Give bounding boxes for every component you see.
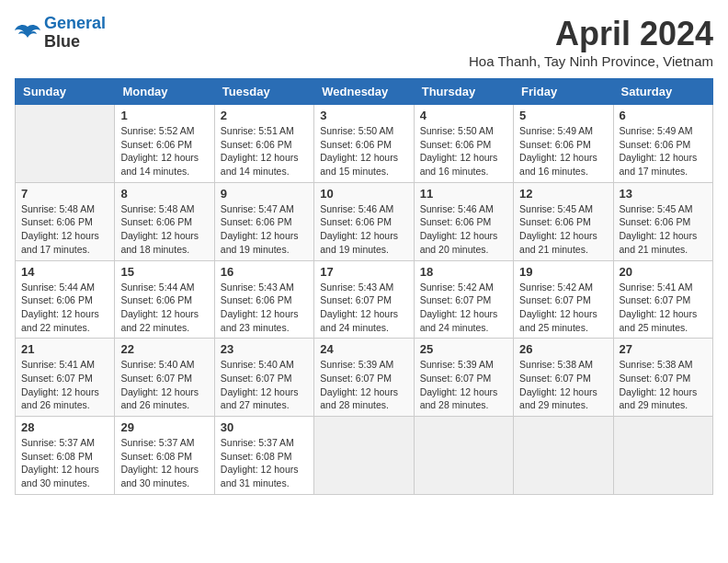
- header-cell-saturday: Saturday: [613, 79, 712, 105]
- day-number: 19: [519, 265, 607, 279]
- day-cell: 12Sunrise: 5:45 AM Sunset: 6:06 PM Dayli…: [514, 182, 613, 260]
- logo: General Blue: [15, 15, 106, 52]
- day-number: 14: [21, 265, 108, 279]
- day-info: Sunrise: 5:41 AM Sunset: 6:07 PM Dayligh…: [620, 281, 707, 335]
- day-number: 23: [221, 342, 308, 356]
- day-info: Sunrise: 5:42 AM Sunset: 6:07 PM Dayligh…: [420, 281, 507, 335]
- day-number: 3: [320, 109, 407, 122]
- day-cell: 29Sunrise: 5:37 AM Sunset: 6:08 PM Dayli…: [115, 417, 214, 495]
- day-number: 29: [120, 420, 208, 434]
- day-number: 9: [221, 187, 308, 201]
- day-info: Sunrise: 5:37 AM Sunset: 6:08 PM Dayligh…: [21, 436, 108, 490]
- header-cell-monday: Monday: [115, 79, 214, 105]
- day-cell: 3Sunrise: 5:50 AM Sunset: 6:06 PM Daylig…: [314, 105, 414, 183]
- day-number: 28: [21, 420, 108, 434]
- day-info: Sunrise: 5:48 AM Sunset: 6:06 PM Dayligh…: [120, 202, 208, 257]
- day-info: Sunrise: 5:51 AM Sunset: 6:06 PM Dayligh…: [221, 124, 308, 178]
- header-cell-sunday: Sunday: [16, 79, 115, 105]
- day-number: 11: [420, 187, 507, 201]
- month-title: April 2024: [469, 15, 713, 53]
- day-info: Sunrise: 5:43 AM Sunset: 6:06 PM Dayligh…: [221, 281, 308, 335]
- day-info: Sunrise: 5:47 AM Sunset: 6:06 PM Dayligh…: [221, 202, 308, 257]
- day-cell: 10Sunrise: 5:46 AM Sunset: 6:06 PM Dayli…: [314, 182, 414, 260]
- day-cell: 23Sunrise: 5:40 AM Sunset: 6:07 PM Dayli…: [214, 339, 313, 417]
- day-info: Sunrise: 5:50 AM Sunset: 6:06 PM Dayligh…: [420, 124, 507, 178]
- day-info: Sunrise: 5:38 AM Sunset: 6:07 PM Dayligh…: [620, 358, 707, 412]
- title-block: April 2024 Hoa Thanh, Tay Ninh Province,…: [469, 15, 713, 69]
- day-number: 10: [320, 187, 407, 201]
- day-number: 20: [620, 265, 707, 279]
- day-cell: 13Sunrise: 5:45 AM Sunset: 6:06 PM Dayli…: [613, 182, 712, 260]
- day-cell: 20Sunrise: 5:41 AM Sunset: 6:07 PM Dayli…: [613, 260, 712, 339]
- day-info: Sunrise: 5:38 AM Sunset: 6:07 PM Dayligh…: [519, 358, 607, 412]
- day-cell: 30Sunrise: 5:37 AM Sunset: 6:08 PM Dayli…: [214, 417, 313, 495]
- day-cell: 21Sunrise: 5:41 AM Sunset: 6:07 PM Dayli…: [16, 339, 115, 417]
- day-info: Sunrise: 5:42 AM Sunset: 6:07 PM Dayligh…: [519, 281, 607, 335]
- week-row-3: 21Sunrise: 5:41 AM Sunset: 6:07 PM Dayli…: [16, 339, 713, 417]
- day-info: Sunrise: 5:46 AM Sunset: 6:06 PM Dayligh…: [320, 202, 407, 257]
- day-cell: 15Sunrise: 5:44 AM Sunset: 6:06 PM Dayli…: [115, 260, 214, 339]
- logo-icon: [15, 23, 40, 43]
- page-header: General Blue April 2024 Hoa Thanh, Tay N…: [15, 15, 713, 69]
- day-cell: 27Sunrise: 5:38 AM Sunset: 6:07 PM Dayli…: [613, 339, 712, 417]
- day-number: 27: [620, 342, 707, 356]
- day-number: 2: [221, 109, 308, 122]
- day-number: 5: [519, 109, 607, 122]
- day-cell: 1Sunrise: 5:52 AM Sunset: 6:06 PM Daylig…: [115, 105, 214, 183]
- day-info: Sunrise: 5:40 AM Sunset: 6:07 PM Dayligh…: [221, 358, 308, 412]
- day-info: Sunrise: 5:44 AM Sunset: 6:06 PM Dayligh…: [120, 281, 208, 335]
- day-cell: 14Sunrise: 5:44 AM Sunset: 6:06 PM Dayli…: [16, 260, 115, 339]
- calendar-header: SundayMondayTuesdayWednesdayThursdayFrid…: [16, 79, 713, 105]
- day-info: Sunrise: 5:50 AM Sunset: 6:06 PM Dayligh…: [320, 124, 407, 178]
- logo-text: General Blue: [44, 15, 106, 52]
- day-number: 7: [21, 187, 108, 201]
- day-info: Sunrise: 5:39 AM Sunset: 6:07 PM Dayligh…: [420, 358, 507, 412]
- day-number: 17: [320, 265, 407, 279]
- week-row-4: 28Sunrise: 5:37 AM Sunset: 6:08 PM Dayli…: [16, 417, 713, 495]
- day-cell: 4Sunrise: 5:50 AM Sunset: 6:06 PM Daylig…: [414, 105, 513, 183]
- week-row-0: 1Sunrise: 5:52 AM Sunset: 6:06 PM Daylig…: [16, 105, 713, 183]
- day-cell: 26Sunrise: 5:38 AM Sunset: 6:07 PM Dayli…: [514, 339, 613, 417]
- day-cell: 8Sunrise: 5:48 AM Sunset: 6:06 PM Daylig…: [115, 182, 214, 260]
- day-cell: 17Sunrise: 5:43 AM Sunset: 6:07 PM Dayli…: [314, 260, 414, 339]
- header-cell-friday: Friday: [514, 79, 613, 105]
- day-cell: [613, 417, 712, 495]
- day-info: Sunrise: 5:48 AM Sunset: 6:06 PM Dayligh…: [21, 202, 108, 257]
- day-info: Sunrise: 5:49 AM Sunset: 6:06 PM Dayligh…: [519, 124, 607, 178]
- day-cell: 7Sunrise: 5:48 AM Sunset: 6:06 PM Daylig…: [16, 182, 115, 260]
- day-info: Sunrise: 5:52 AM Sunset: 6:06 PM Dayligh…: [120, 124, 208, 178]
- day-cell: 28Sunrise: 5:37 AM Sunset: 6:08 PM Dayli…: [16, 417, 115, 495]
- header-cell-wednesday: Wednesday: [314, 79, 414, 105]
- day-number: 22: [120, 342, 208, 356]
- day-info: Sunrise: 5:41 AM Sunset: 6:07 PM Dayligh…: [21, 358, 108, 412]
- day-number: 8: [120, 187, 208, 201]
- day-cell: 5Sunrise: 5:49 AM Sunset: 6:06 PM Daylig…: [514, 105, 613, 183]
- day-number: 30: [221, 420, 308, 434]
- day-info: Sunrise: 5:45 AM Sunset: 6:06 PM Dayligh…: [519, 202, 607, 257]
- week-row-1: 7Sunrise: 5:48 AM Sunset: 6:06 PM Daylig…: [16, 182, 713, 260]
- header-row: SundayMondayTuesdayWednesdayThursdayFrid…: [16, 79, 713, 105]
- week-row-2: 14Sunrise: 5:44 AM Sunset: 6:06 PM Dayli…: [16, 260, 713, 339]
- day-cell: [16, 105, 115, 183]
- day-number: 24: [320, 342, 407, 356]
- day-cell: 9Sunrise: 5:47 AM Sunset: 6:06 PM Daylig…: [214, 182, 313, 260]
- day-cell: 22Sunrise: 5:40 AM Sunset: 6:07 PM Dayli…: [115, 339, 214, 417]
- day-info: Sunrise: 5:49 AM Sunset: 6:06 PM Dayligh…: [620, 124, 707, 178]
- day-number: 6: [620, 109, 707, 122]
- day-number: 1: [120, 109, 208, 122]
- day-number: 13: [620, 187, 707, 201]
- header-cell-tuesday: Tuesday: [214, 79, 313, 105]
- day-info: Sunrise: 5:40 AM Sunset: 6:07 PM Dayligh…: [120, 358, 208, 412]
- day-cell: 19Sunrise: 5:42 AM Sunset: 6:07 PM Dayli…: [514, 260, 613, 339]
- day-number: 15: [120, 265, 208, 279]
- day-cell: [514, 417, 613, 495]
- day-info: Sunrise: 5:37 AM Sunset: 6:08 PM Dayligh…: [120, 436, 208, 490]
- day-info: Sunrise: 5:39 AM Sunset: 6:07 PM Dayligh…: [320, 358, 407, 412]
- day-number: 18: [420, 265, 507, 279]
- day-number: 25: [420, 342, 507, 356]
- day-cell: 16Sunrise: 5:43 AM Sunset: 6:06 PM Dayli…: [214, 260, 313, 339]
- day-number: 4: [420, 109, 507, 122]
- day-number: 16: [221, 265, 308, 279]
- day-cell: 11Sunrise: 5:46 AM Sunset: 6:06 PM Dayli…: [414, 182, 513, 260]
- day-number: 12: [519, 187, 607, 201]
